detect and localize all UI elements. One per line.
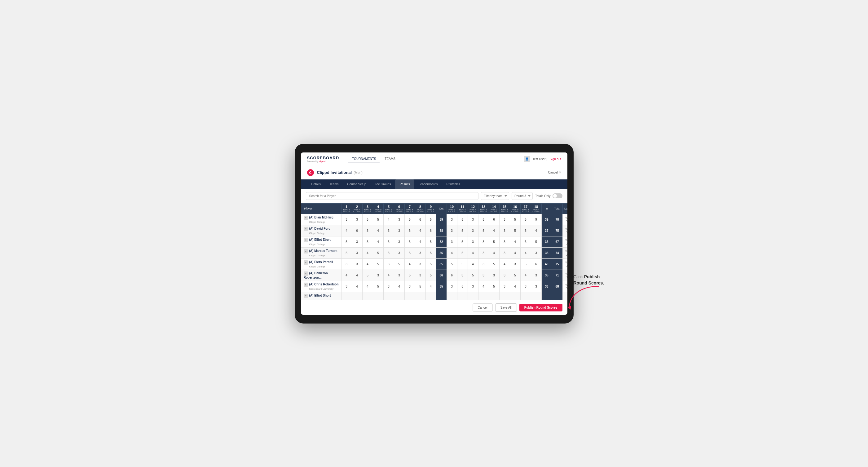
hole-3-score[interactable]: 3 (362, 236, 373, 247)
hole-14-score[interactable] (489, 292, 499, 300)
hole-1-score[interactable]: 3 (341, 281, 352, 292)
totals-toggle-switch[interactable] (553, 193, 562, 198)
hole-8-score[interactable] (415, 292, 426, 300)
hole-10-score[interactable]: 6 (446, 270, 457, 281)
hole-10-score[interactable]: 3 (446, 225, 457, 236)
hole-8-score[interactable]: 6 (415, 214, 426, 225)
hole-13-score[interactable]: 5 (478, 225, 489, 236)
hole-18-score[interactable]: 4 (531, 225, 541, 236)
hole-3-score[interactable]: 5 (362, 270, 373, 281)
hole-6-score[interactable]: 3 (394, 214, 404, 225)
hole-13-score[interactable]: 4 (478, 281, 489, 292)
hole-15-score[interactable]: 3 (499, 281, 510, 292)
hole-1-score[interactable]: 4 (341, 225, 352, 236)
round-select[interactable]: Round 3 (512, 192, 533, 200)
hole-12-score[interactable]: 3 (468, 225, 478, 236)
hole-6-score[interactable]: 3 (394, 236, 404, 247)
dq-label[interactable]: DQ (565, 242, 567, 245)
hole-5-score[interactable]: 3 (383, 225, 394, 236)
hole-9-score[interactable]: 5 (426, 258, 436, 270)
hole-15-score[interactable]: 3 (499, 236, 510, 247)
hole-12-score[interactable]: 4 (468, 258, 478, 270)
hole-3-score[interactable]: 3 (362, 225, 373, 236)
hole-5-score[interactable]: 3 (383, 281, 394, 292)
hole-3-score[interactable]: 5 (362, 214, 373, 225)
hole-15-score[interactable]: 3 (499, 225, 510, 236)
hole-6-score[interactable]: 5 (394, 258, 404, 270)
tab-printables[interactable]: Printables (442, 180, 464, 189)
hole-3-score[interactable] (362, 292, 373, 300)
search-input[interactable] (306, 192, 479, 200)
hole-16-score[interactable]: 3 (510, 258, 520, 270)
hole-8-score[interactable]: 3 (415, 270, 426, 281)
hole-5-score[interactable]: 3 (383, 236, 394, 247)
hole-5-score[interactable]: 4 (383, 270, 394, 281)
hole-15-score[interactable]: 4 (499, 258, 510, 270)
hole-13-score[interactable]: 3 (478, 258, 489, 270)
hole-9-score[interactable]: 5 (426, 247, 436, 258)
hole-10-score[interactable]: 3 (446, 214, 457, 225)
hole-2-score[interactable] (352, 292, 362, 300)
hole-1-score[interactable]: 4 (341, 270, 352, 281)
hole-10-score[interactable]: 3 (446, 281, 457, 292)
hole-5-score[interactable] (383, 292, 394, 300)
hole-6-score[interactable]: 3 (394, 225, 404, 236)
hole-17-score[interactable]: 6 (520, 236, 531, 247)
hole-3-score[interactable]: 4 (362, 281, 373, 292)
hole-12-score[interactable]: 3 (468, 236, 478, 247)
hole-18-score[interactable]: 5 (531, 236, 541, 247)
hole-14-score[interactable]: 4 (489, 247, 499, 258)
tab-results[interactable]: Results (395, 180, 414, 189)
hole-17-score[interactable]: 4 (520, 270, 531, 281)
dq-label[interactable]: DQ (565, 264, 567, 268)
hole-16-score[interactable]: 5 (510, 270, 520, 281)
hole-4-score[interactable]: 5 (373, 281, 383, 292)
dq-label[interactable]: DQ (565, 231, 567, 234)
hole-9-score[interactable]: 5 (426, 214, 436, 225)
hole-14-score[interactable]: 5 (489, 236, 499, 247)
hole-10-score[interactable]: 3 (446, 236, 457, 247)
hole-8-score[interactable]: 3 (415, 258, 426, 270)
hole-2-score[interactable]: 4 (352, 281, 362, 292)
hole-16-score[interactable]: 4 (510, 247, 520, 258)
hole-6-score[interactable]: 3 (394, 270, 404, 281)
hole-16-score[interactable]: 5 (510, 214, 520, 225)
hole-1-score[interactable]: 3 (341, 258, 352, 270)
hole-4-score[interactable] (373, 292, 383, 300)
hole-8-score[interactable]: 4 (415, 236, 426, 247)
hole-4-score[interactable]: 5 (373, 214, 383, 225)
hole-4-score[interactable]: 5 (373, 258, 383, 270)
hole-6-score[interactable] (394, 292, 404, 300)
hole-15-score[interactable]: 3 (499, 247, 510, 258)
hole-5-score[interactable]: 3 (383, 258, 394, 270)
hole-3-score[interactable]: 4 (362, 247, 373, 258)
hole-7-score[interactable]: 5 (404, 225, 415, 236)
hole-7-score[interactable]: 5 (404, 270, 415, 281)
hole-1-score[interactable]: 3 (341, 214, 352, 225)
hole-13-score[interactable]: 3 (478, 236, 489, 247)
hole-7-score[interactable]: 4 (404, 258, 415, 270)
hole-14-score[interactable]: 6 (489, 214, 499, 225)
hole-11-score[interactable]: 5 (457, 281, 468, 292)
hole-17-score[interactable]: 5 (520, 214, 531, 225)
hole-2-score[interactable]: 3 (352, 214, 362, 225)
save-all-button[interactable]: Save All (495, 303, 517, 312)
tournament-cancel[interactable]: Cancel ✕ (548, 171, 561, 174)
hole-9-score[interactable]: 4 (426, 281, 436, 292)
hole-4-score[interactable]: 3 (373, 270, 383, 281)
hole-12-score[interactable] (468, 292, 478, 300)
hole-7-score[interactable]: 5 (404, 236, 415, 247)
wd-label[interactable]: WD (565, 216, 567, 219)
hole-10-score[interactable] (446, 292, 457, 300)
hole-10-score[interactable]: 4 (446, 247, 457, 258)
hole-9-score[interactable]: 6 (426, 225, 436, 236)
filter-by-team-select[interactable]: Filter by team (481, 192, 509, 200)
hole-3-score[interactable]: 4 (362, 258, 373, 270)
hole-7-score[interactable]: 3 (404, 281, 415, 292)
hole-5-score[interactable]: 3 (383, 247, 394, 258)
nav-teams[interactable]: TEAMS (381, 156, 399, 162)
hole-15-score[interactable] (499, 292, 510, 300)
wd-label[interactable]: WD (565, 239, 567, 242)
hole-18-score[interactable]: 3 (531, 247, 541, 258)
hole-17-score[interactable]: 4 (520, 247, 531, 258)
